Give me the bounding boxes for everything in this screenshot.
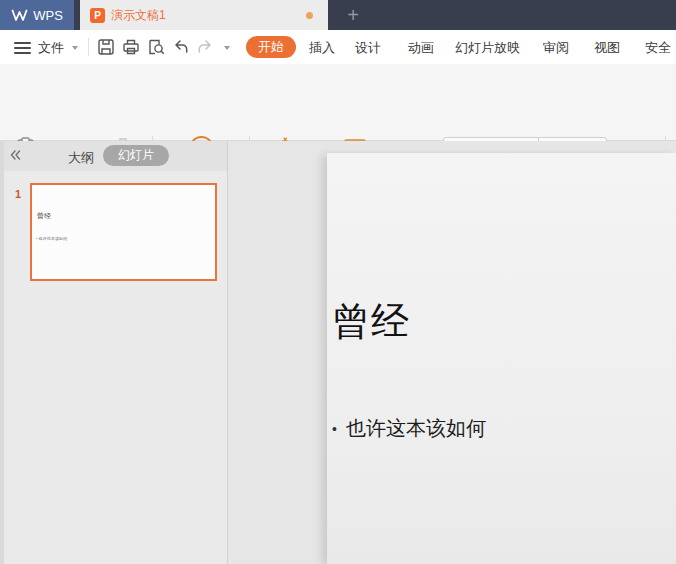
- file-menu-button[interactable]: 文件: [38, 39, 64, 57]
- tab-slideshow[interactable]: 幻灯片放映: [455, 39, 520, 57]
- wps-presentation-window: WPS P 演示文稿1 + 文件: [0, 0, 676, 564]
- tab-insert[interactable]: 插入: [309, 39, 335, 57]
- wps-home-button[interactable]: WPS: [0, 0, 74, 30]
- file-menu-caret-icon[interactable]: [72, 46, 78, 50]
- tab-animation[interactable]: 动画: [408, 39, 434, 57]
- thumbnail-bullet: • 也许这本该如何: [36, 236, 67, 242]
- bullet-text: 也许这本该如何: [346, 415, 486, 442]
- save-icon[interactable]: [97, 38, 115, 56]
- workspace: 曾经 • 也许这本该如何: [228, 141, 676, 564]
- tab-outline[interactable]: 大纲: [68, 149, 94, 167]
- titlebar: WPS P 演示文稿1 +: [0, 0, 676, 30]
- new-tab-button[interactable]: +: [340, 2, 366, 28]
- tab-review[interactable]: 审阅: [543, 39, 569, 57]
- slide-thumbnail[interactable]: 曾经 • 也许这本该如何: [30, 183, 217, 281]
- menubar-separator: [88, 38, 89, 56]
- thumbnail-title: 曾经: [37, 211, 51, 221]
- toolbar-more-caret-icon[interactable]: [224, 46, 230, 50]
- slide-title[interactable]: 曾经: [332, 296, 410, 347]
- document-tab[interactable]: P 演示文稿1: [80, 0, 328, 30]
- redo-icon[interactable]: [196, 38, 214, 56]
- tab-home[interactable]: 开始: [246, 36, 296, 58]
- slide-panel: 大纲 幻灯片 1 曾经 • 也许这本该如何: [0, 141, 228, 564]
- undo-icon[interactable]: [172, 38, 190, 56]
- unsaved-dot-icon: [306, 12, 313, 19]
- slide-number: 1: [15, 188, 21, 200]
- slide-canvas[interactable]: 曾经 • 也许这本该如何: [327, 153, 676, 564]
- window-edge: [0, 141, 4, 564]
- document-title: 演示文稿1: [111, 7, 166, 24]
- presentation-file-icon: P: [90, 8, 105, 23]
- menubar: 文件 开始 插入 设计 动画 幻灯片放映 审阅 视图 安全: [0, 30, 676, 64]
- wps-logo-icon: [11, 9, 28, 22]
- app-name: WPS: [33, 8, 63, 23]
- ribbon: 粘贴 剪切 复制 格式刷 从当前开始: [0, 64, 676, 141]
- tab-view[interactable]: 视图: [594, 39, 620, 57]
- hamburger-menu-icon[interactable]: [14, 42, 31, 57]
- tab-slides[interactable]: 幻灯片: [103, 145, 169, 166]
- print-preview-icon[interactable]: [147, 38, 165, 56]
- bullet-marker: •: [332, 421, 337, 437]
- slide-bullet-line[interactable]: • 也许这本该如何: [332, 415, 486, 442]
- print-icon[interactable]: [122, 38, 140, 56]
- main-area: 大纲 幻灯片 1 曾经 • 也许这本该如何 曾经 • 也许这本该如何: [0, 141, 676, 564]
- tab-design[interactable]: 设计: [355, 39, 381, 57]
- panel-header: 大纲 幻灯片: [0, 141, 227, 171]
- collapse-panel-icon[interactable]: [8, 148, 22, 162]
- tab-security[interactable]: 安全: [645, 39, 671, 57]
